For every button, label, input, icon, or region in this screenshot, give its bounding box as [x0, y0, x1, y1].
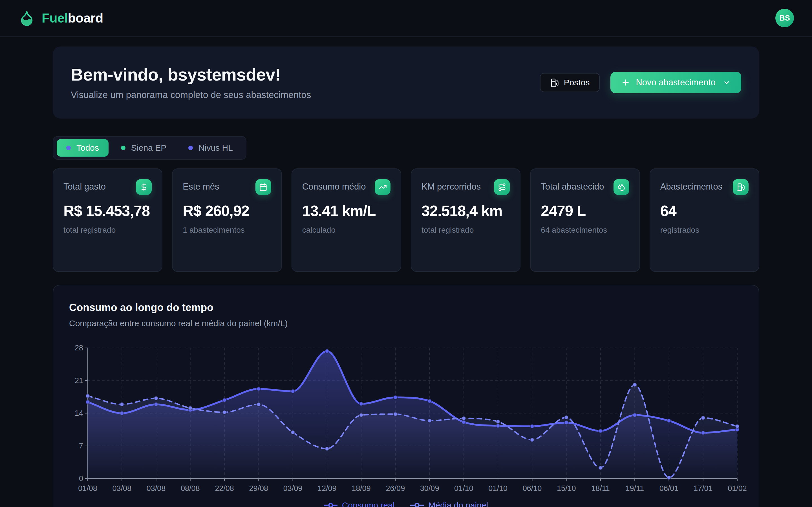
postos-button-label: Postos — [564, 78, 590, 87]
user-avatar[interactable]: BS — [775, 9, 794, 27]
legend-label: Média do painel — [428, 501, 488, 507]
brand-name-primary: Fuel — [42, 11, 68, 25]
brand-name-secondary: board — [68, 11, 103, 25]
stat-subtitle: 1 abastecimentos — [183, 226, 271, 235]
filter-label: Nivus HL — [199, 143, 233, 153]
legend-item-consumo-real: Consumo real — [324, 501, 395, 507]
route-icon — [494, 179, 510, 195]
svg-text:06/10: 06/10 — [523, 484, 542, 493]
filter-dot — [66, 146, 71, 150]
welcome-subtitle: Visualize um panorama completo de seus a… — [71, 90, 311, 100]
stat-subtitle: total registrado — [63, 226, 152, 235]
stat-label: Total gasto — [63, 179, 106, 193]
svg-text:30/09: 30/09 — [420, 484, 439, 493]
svg-text:26/09: 26/09 — [386, 484, 405, 493]
chevron-down-icon — [723, 79, 730, 87]
svg-text:14: 14 — [75, 409, 83, 417]
stat-card-km-percorridos: KM percorridos 32.518,4 km total registr… — [411, 168, 520, 272]
svg-text:03/08: 03/08 — [147, 484, 166, 493]
stat-subtitle: calculado — [302, 226, 391, 235]
stat-label: KM percorridos — [421, 179, 481, 193]
vehicle-filter-bar: Todos Siena EP Nivus HL — [53, 136, 246, 160]
droplets-icon — [613, 179, 629, 195]
svg-text:12/09: 12/09 — [317, 484, 337, 493]
stat-value: 32.518,4 km — [421, 202, 510, 220]
stat-subtitle: 64 abastecimentos — [541, 226, 629, 235]
legend-label: Consumo real — [342, 501, 395, 507]
svg-text:03/09: 03/09 — [283, 484, 303, 493]
stat-value: R$ 15.453,78 — [63, 202, 152, 220]
legend-line-marker-icon — [324, 503, 338, 507]
stats-row: Total gasto R$ 15.453,78 total registrad… — [53, 168, 759, 272]
droplet-logo-icon — [18, 9, 36, 27]
stat-label: Consumo médio — [302, 179, 366, 193]
stat-value: 2479 L — [541, 202, 629, 220]
stat-value: 64 — [660, 202, 749, 220]
stat-value: 13.41 km/L — [302, 202, 391, 220]
svg-text:01/02: 01/02 — [728, 484, 747, 493]
plus-icon — [621, 78, 630, 87]
svg-text:01/10: 01/10 — [454, 484, 473, 493]
legend-line-marker-icon — [410, 503, 424, 507]
postos-button[interactable]: Postos — [540, 73, 600, 92]
svg-text:28: 28 — [75, 344, 83, 352]
svg-text:18/09: 18/09 — [352, 484, 371, 493]
calendar-icon — [255, 179, 271, 195]
brand-name: Fuelboard — [42, 10, 103, 25]
stat-value: R$ 260,92 — [183, 202, 271, 220]
svg-text:06/01: 06/01 — [659, 484, 679, 493]
filter-label: Todos — [77, 143, 99, 153]
svg-text:08/08: 08/08 — [181, 484, 200, 493]
svg-text:17/01: 17/01 — [694, 484, 713, 493]
chart-legend: Consumo real Média do painel — [69, 501, 743, 507]
svg-text:29/08: 29/08 — [249, 484, 268, 493]
navbar: Fuelboard BS — [0, 0, 812, 37]
legend-item-m-dia-do-painel: Média do painel — [410, 501, 488, 507]
stat-card-total-gasto: Total gasto R$ 15.453,78 total registrad… — [53, 168, 162, 272]
svg-text:03/08: 03/08 — [112, 484, 132, 493]
svg-text:7: 7 — [79, 442, 83, 450]
filter-item-nivus-hl[interactable]: Nivus HL — [179, 139, 243, 157]
consumption-chart-card: Consumo ao longo do tempo Comparação ent… — [53, 285, 759, 507]
filter-item-todos[interactable]: Todos — [57, 139, 109, 157]
svg-text:21: 21 — [75, 376, 83, 385]
trending-up-icon — [375, 179, 391, 195]
stat-card-total-abastecido: Total abastecido 2479 L 64 abastecimento… — [530, 168, 640, 272]
svg-text:0: 0 — [79, 474, 83, 483]
filter-dot — [188, 146, 193, 150]
svg-text:01/08: 01/08 — [78, 484, 97, 493]
new-refuel-button[interactable]: Novo abastecimento — [610, 72, 741, 93]
svg-text:01/10: 01/10 — [488, 484, 507, 493]
stat-label: Este mês — [183, 179, 219, 193]
filter-dot — [121, 146, 125, 150]
svg-text:18/11: 18/11 — [591, 484, 610, 493]
consumption-line-chart: 0714212801/0803/0803/0808/0822/0829/0803… — [69, 338, 744, 496]
svg-text:15/10: 15/10 — [557, 484, 576, 493]
stat-subtitle: registrados — [660, 226, 749, 235]
filter-item-siena-ep[interactable]: Siena EP — [111, 139, 176, 157]
svg-text:22/08: 22/08 — [215, 484, 234, 493]
filter-label: Siena EP — [131, 143, 166, 153]
chart-subtitle: Comparação entre consumo real e média do… — [69, 319, 743, 328]
stat-card-abastecimentos: Abastecimentos 64 registrados — [650, 168, 759, 272]
new-refuel-button-label: Novo abastecimento — [636, 77, 716, 88]
stat-label: Total abastecido — [541, 179, 604, 193]
stat-subtitle: total registrado — [421, 226, 510, 235]
chart-title: Consumo ao longo do tempo — [69, 302, 743, 314]
fuel-pump-icon — [550, 78, 559, 87]
stat-card-consumo-medio: Consumo médio 13.41 km/L calculado — [292, 168, 401, 272]
stat-card-este-mes: Este mês R$ 260,92 1 abastecimentos — [172, 168, 282, 272]
svg-text:19/11: 19/11 — [625, 484, 644, 493]
welcome-title: Bem-vindo, bsystemsdev! — [71, 65, 311, 84]
fuel-pump-icon — [733, 179, 749, 195]
welcome-banner: Bem-vindo, bsystemsdev! Visualize um pan… — [53, 47, 759, 119]
stat-label: Abastecimentos — [660, 179, 723, 193]
dollar-sign-icon — [136, 179, 152, 195]
brand-logo: Fuelboard — [18, 9, 103, 27]
